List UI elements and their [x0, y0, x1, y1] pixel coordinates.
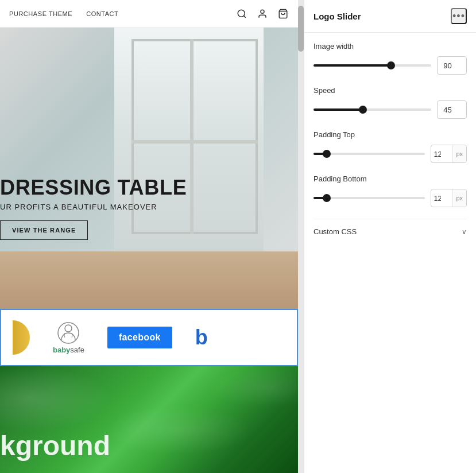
panel-title: Logo Slider — [314, 11, 361, 21]
padding-bottom-slider-thumb[interactable] — [323, 194, 331, 202]
hero-cta-button[interactable]: VIEW THE RANGE — [0, 220, 88, 240]
hero-text-block: DRESSING TABLE UR PROFITS A BEAUTIFUL MA… — [0, 176, 187, 240]
scrollbar-thumb[interactable] — [298, 6, 304, 52]
partial-circle-logo — [13, 320, 30, 355]
padding-top-input[interactable] — [431, 150, 452, 158]
green-background: kground — [0, 366, 298, 473]
custom-css-toggle[interactable]: Custom CSS ∨ — [314, 219, 467, 244]
image-width-input[interactable] — [437, 56, 467, 75]
speed-slider-track[interactable] — [314, 108, 431, 111]
padding-bottom-unit: px — [452, 189, 466, 207]
window-frame-horizontal — [131, 140, 258, 144]
nav-contact: CONTACT — [86, 10, 118, 17]
image-width-slider-fill — [314, 64, 391, 67]
padding-top-slider-track[interactable] — [314, 153, 425, 155]
hero-floor — [0, 251, 298, 309]
search-icon[interactable] — [236, 8, 247, 20]
list-item: facebook — [107, 317, 172, 358]
list-item — [13, 317, 30, 358]
scrollbar[interactable] — [298, 0, 304, 473]
padding-top-slider-thumb[interactable] — [323, 150, 331, 158]
panel-body: Image width Speed Padding Top — [304, 33, 476, 473]
padding-bottom-setting: Padding Bottom px — [314, 175, 467, 207]
more-options-button[interactable]: ••• — [451, 8, 467, 24]
nav-logo: PURCHASE THEME — [9, 10, 72, 17]
panel-header: Logo Slider ••• — [304, 0, 476, 33]
speed-input[interactable] — [437, 100, 467, 119]
image-width-control — [314, 56, 467, 75]
padding-bottom-label: Padding Bottom — [314, 175, 467, 183]
settings-panel: Logo Slider ••• Image width Speed — [304, 0, 476, 473]
svg-point-0 — [238, 10, 245, 17]
account-icon[interactable] — [257, 8, 268, 20]
green-section: kground — [0, 366, 298, 473]
babysafe-text: babysafe — [53, 346, 84, 354]
logo-slider-section: babysafe facebook b — [0, 309, 298, 366]
chevron-down-icon: ∨ — [462, 228, 467, 236]
nav-bar: PURCHASE THEME CONTACT — [0, 0, 298, 28]
image-width-label: Image width — [314, 42, 467, 51]
padding-top-unit: px — [452, 145, 466, 162]
green-text: kground — [0, 430, 110, 462]
svg-point-2 — [261, 10, 264, 13]
list-item: babysafe — [53, 317, 84, 358]
custom-css-section: Custom CSS ∨ — [314, 219, 467, 244]
speed-label: Speed — [314, 86, 467, 95]
speed-slider-thumb[interactable] — [359, 106, 367, 114]
facebook-logo: facebook — [107, 327, 172, 348]
padding-top-label: Padding Top — [314, 130, 467, 139]
preview-panel: PURCHASE THEME CONTACT — [0, 0, 304, 473]
babysafe-icon — [57, 321, 80, 344]
padding-top-setting: Padding Top px — [314, 130, 467, 163]
padding-top-input-group: px — [431, 145, 467, 163]
hero-section: DRESSING TABLE UR PROFITS A BEAUTIFUL MA… — [0, 28, 298, 309]
logo-slider-inner: babysafe facebook b — [1, 317, 219, 358]
cart-icon[interactable] — [277, 8, 289, 20]
custom-css-label: Custom CSS — [314, 227, 357, 236]
speed-setting: Speed — [314, 86, 467, 119]
list-item: b — [195, 317, 208, 358]
padding-bottom-control: px — [314, 189, 467, 207]
svg-line-1 — [243, 15, 245, 17]
partial-b-logo: b — [195, 325, 208, 350]
speed-control — [314, 100, 467, 119]
image-width-setting: Image width — [314, 42, 467, 75]
padding-bottom-input[interactable] — [431, 194, 452, 203]
hero-subtitle: UR PROFITS A BEAUTIFUL MAKEOVER — [0, 203, 187, 211]
image-width-slider-track[interactable] — [314, 64, 431, 67]
babysafe-logo: babysafe — [53, 321, 84, 354]
speed-slider-fill — [314, 108, 363, 111]
padding-bottom-slider-track[interactable] — [314, 197, 425, 199]
hero-title: DRESSING TABLE — [0, 176, 187, 199]
window-frame-vertical — [190, 39, 194, 234]
svg-point-5 — [65, 325, 72, 332]
image-width-slider-thumb[interactable] — [387, 61, 395, 69]
padding-top-control: px — [314, 145, 467, 163]
padding-bottom-input-group: px — [431, 189, 467, 207]
nav-icons — [236, 8, 289, 20]
